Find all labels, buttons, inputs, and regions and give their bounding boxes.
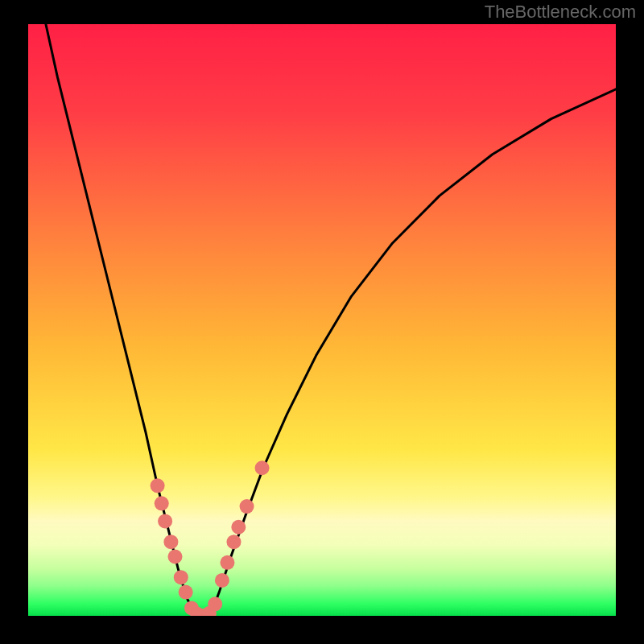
data-point [215, 573, 229, 588]
data-point [208, 597, 222, 611]
data-point [179, 585, 193, 600]
data-point [163, 535, 178, 549]
plot-area [28, 24, 616, 616]
data-point [255, 460, 270, 475]
chart-frame: TheBottleneck.com [0, 0, 644, 644]
data-point [168, 550, 183, 564]
data-point [227, 535, 242, 549]
bottleneck-curve [46, 24, 616, 616]
data-point [151, 478, 165, 493]
data-point [174, 570, 188, 584]
data-point [158, 514, 172, 528]
curve-layer [46, 24, 616, 616]
chart-svg [28, 24, 616, 616]
data-point [231, 520, 246, 535]
data-point [220, 555, 234, 570]
watermark-text: TheBottleneck.com [485, 2, 636, 23]
data-point [155, 496, 169, 510]
data-point [240, 499, 254, 514]
points-layer [151, 460, 270, 616]
